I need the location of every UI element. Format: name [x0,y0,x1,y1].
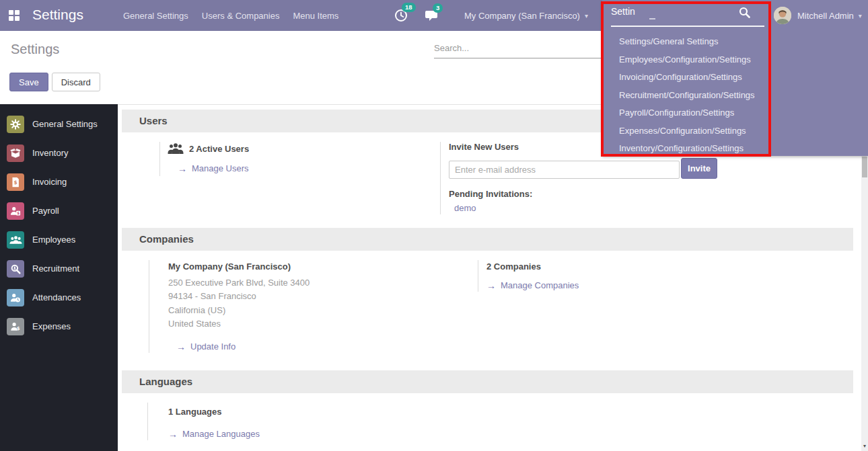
sidebar-item-employees[interactable]: Employees [0,225,118,254]
user-photo [774,7,791,24]
sidebar-item-recruitment[interactable]: Recruitment [0,254,118,283]
magnifier-icon [7,260,24,278]
messages-icon[interactable]: 3 [425,9,439,22]
text-cursor [649,18,655,19]
active-users-count: 2 Active Users [189,144,249,154]
payroll-icon: $ [7,202,24,220]
employees-icon [7,231,24,249]
sidebar-item-label: Recruitment [32,263,79,274]
sidebar-item-expenses[interactable]: $ Expenses [0,312,118,341]
sidebar-item-label: Payroll [32,206,59,216]
menu-search-input[interactable] [611,6,739,17]
companies-count-box: 2 Companies → Manage Companies [478,260,612,292]
languages-count: 1 Languages [168,407,260,417]
address-line: 250 Executive Park Blvd, Suite 3400 [168,276,478,290]
search-result-item[interactable]: Payroll/Configuration/Settings [602,104,868,122]
pending-user-link[interactable]: demo [454,203,842,213]
svg-text:$: $ [13,179,17,186]
users-group-icon [168,143,184,155]
sidebar-item-label: Employees [32,235,75,245]
breadcrumb: Settings [11,42,59,57]
activities-icon[interactable]: 18 [394,9,408,22]
expense-icon: $ [7,318,24,335]
activities-badge: 18 [402,3,416,12]
search-result-item[interactable]: Recruitment/Configuration/Settings [602,87,868,105]
chevron-down-icon: ▾ [859,12,862,19]
sidebar-item-label: Inventory [32,148,68,158]
sidebar-item-invoicing[interactable]: $ Invoicing [0,167,118,196]
messages-badge: 3 [433,3,443,13]
systray: 18 3 [394,0,456,31]
sidebar-item-label: Attendances [32,292,81,302]
menu-users-companies[interactable]: Users & Companies [202,11,280,21]
invite-email-input[interactable] [449,161,680,179]
scrollbar-thumb[interactable] [862,157,867,177]
apps-menu-icon[interactable] [9,10,20,21]
arrow-right-icon: → [168,429,178,439]
menu-menu-items[interactable]: Menu Items [293,11,338,21]
active-users-box: 2 Active Users → Manage Users [159,142,440,176]
odoo-settings-screen: Settings General Settings Users & Compan… [0,0,868,451]
company-address: 250 Executive Park Blvd, Suite 3400 9413… [168,276,478,331]
manage-languages-link[interactable]: Manage Languages [182,429,260,439]
save-button[interactable]: Save [9,73,48,91]
company-switcher[interactable]: My Company (San Francisco) ▾ [464,0,588,31]
gear-icon [7,116,24,133]
sidebar-item-label: Invoicing [32,177,67,187]
attendance-icon [7,289,24,306]
settings-sidebar: General Settings Inventory $ [0,104,118,451]
companies-section: My Company (San Francisco) 250 Executive… [122,251,853,370]
address-line: 94134 - San Francisco [168,290,478,303]
invite-button[interactable]: Invite [681,158,717,179]
search-result-item[interactable]: Inventory/Configuration/Settings [602,140,868,158]
sidebar-item-attendances[interactable]: Attendances [0,283,118,312]
search-result-item[interactable]: Invoicing/Configuration/Settings [602,69,868,87]
top-menus: General Settings Users & Companies Menu … [123,0,338,31]
record-search [434,40,601,58]
search-result-item[interactable]: Employees/Configuration/Settings [602,51,868,69]
arrow-right-icon: → [178,164,187,173]
button-row: Save Discard [9,73,100,91]
companies-count: 2 Companies [486,261,602,272]
menu-search-results: Settings/General Settings Employees/Conf… [602,27,868,158]
sidebar-item-general-settings[interactable]: General Settings [0,110,118,138]
search-icon[interactable] [739,7,750,18]
scroll-down-arrow[interactable]: ▾ [861,443,868,449]
search-result-item[interactable]: Expenses/Configuration/Settings [602,122,868,140]
manage-users-link[interactable]: Manage Users [192,163,249,173]
company-name-label: My Company (San Francisco) [168,261,478,272]
update-info-link[interactable]: Update Info [190,341,236,352]
section-header-companies: Companies [122,228,853,251]
sidebar-item-label: General Settings [32,119,98,129]
sidebar-item-inventory[interactable]: Inventory [0,138,118,167]
svg-text:$: $ [17,325,20,331]
search-input[interactable] [434,40,601,58]
address-line: United States [168,317,478,331]
manage-companies-link[interactable]: Manage Companies [501,280,579,290]
chevron-down-icon: ▾ [585,12,588,19]
languages-section: 1 Languages → Manage Languages [122,393,853,451]
arrow-right-icon: → [486,281,496,290]
user-name: Mitchell Admin [797,11,854,21]
section-header-languages: Languages [122,370,853,393]
box-icon [7,145,24,162]
sidebar-item-payroll[interactable]: $ Payroll [0,196,118,225]
user-menu[interactable]: Mitchell Admin ▾ [774,0,862,31]
vertical-scrollbar[interactable]: ▾ [861,156,868,451]
menu-general-settings[interactable]: General Settings [123,11,188,21]
invoice-icon: $ [7,173,24,191]
app-title: Settings [32,7,83,23]
svg-text:$: $ [17,210,20,214]
search-result-item[interactable]: Settings/General Settings [602,33,868,51]
arrow-right-icon: → [176,342,186,352]
languages-box: 1 Languages → Manage Languages [147,403,260,440]
sidebar-item-label: Expenses [32,321,71,331]
company-name: My Company (San Francisco) [464,11,580,21]
discard-button[interactable]: Discard [52,73,100,91]
avatar [774,7,791,24]
company-info-box: My Company (San Francisco) 250 Executive… [149,260,478,353]
search-underline [611,26,764,27]
address-line: California (US) [168,304,478,317]
pending-invitations-label: Pending Invitations: [449,189,842,199]
